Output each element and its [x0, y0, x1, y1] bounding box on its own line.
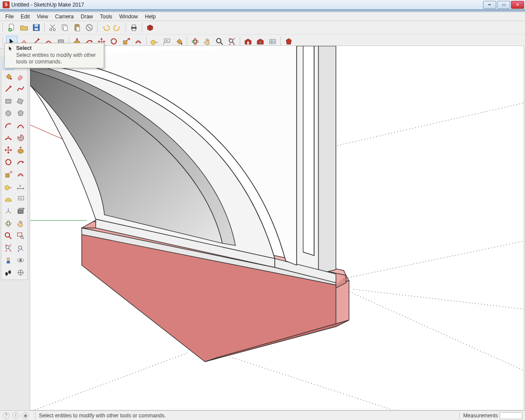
tray-freehand[interactable]: [15, 83, 26, 94]
tray-walk[interactable]: [3, 267, 14, 278]
svg-rect-17: [123, 41, 127, 44]
tray-text[interactable]: A1: [15, 193, 26, 205]
tray-eraser[interactable]: [15, 71, 26, 82]
svg-rect-11: [76, 27, 80, 31]
tray-scale[interactable]: [3, 169, 14, 180]
tray-push-pull[interactable]: [15, 144, 26, 156]
tray-offset[interactable]: [15, 169, 26, 180]
svg-line-55: [354, 289, 524, 309]
print-button[interactable]: [128, 22, 140, 33]
svg-point-5: [50, 29, 52, 31]
delete-button[interactable]: [84, 22, 95, 33]
tray-section-plane[interactable]: [15, 206, 26, 217]
tray-polygon[interactable]: [15, 108, 26, 119]
svg-point-22: [192, 40, 198, 43]
svg-line-56: [218, 353, 392, 410]
menu-view[interactable]: View: [33, 13, 52, 21]
tray-follow-me[interactable]: [15, 157, 26, 168]
svg-point-24: [217, 38, 221, 43]
measurements-label: Measurements: [463, 413, 498, 419]
tray-move[interactable]: [3, 144, 14, 156]
measurements-input[interactable]: [500, 412, 522, 419]
toolbar-grip[interactable]: [3, 37, 4, 46]
tray-tape-measure[interactable]: [3, 181, 14, 192]
model-info-button[interactable]: [144, 22, 156, 33]
tool-tray: 2" A1: [1, 57, 28, 280]
svg-rect-35: [6, 174, 9, 177]
tray-rectangle[interactable]: [3, 95, 14, 107]
tray-zoom-extents[interactable]: [3, 242, 14, 254]
svg-point-40: [5, 222, 11, 225]
menu-window[interactable]: Window: [116, 13, 142, 21]
status-hint: Select entities to modify with other too…: [39, 413, 166, 419]
svg-point-47: [7, 258, 10, 260]
minimize-button[interactable]: ━: [483, 1, 496, 9]
svg-point-51: [8, 270, 11, 274]
redo-button[interactable]: [112, 22, 123, 33]
status-bar: ? i ◉ Select entities to modify with oth…: [0, 410, 525, 420]
copy-button[interactable]: [59, 22, 70, 33]
tray-zoom-window[interactable]: [15, 230, 26, 242]
svg-rect-3: [35, 24, 38, 27]
svg-line-57: [35, 353, 187, 410]
menu-tools[interactable]: Tools: [97, 13, 116, 21]
tray-line[interactable]: [3, 83, 14, 94]
undo-button[interactable]: [100, 22, 111, 33]
tray-pan[interactable]: [15, 218, 26, 229]
menu-file[interactable]: File: [2, 13, 17, 21]
cursor-icon: [7, 45, 14, 52]
tray-position-camera[interactable]: [3, 255, 14, 266]
window-buttons: ━ ▭ ✕: [482, 1, 524, 9]
save-file-button[interactable]: [31, 22, 42, 33]
svg-rect-28: [270, 39, 276, 44]
info-icon[interactable]: i: [12, 412, 19, 419]
maximize-button[interactable]: ▭: [497, 1, 510, 9]
tray-previous[interactable]: [15, 242, 26, 254]
svg-point-49: [20, 259, 22, 262]
help-icon[interactable]: ?: [3, 412, 10, 419]
user-icon[interactable]: ◉: [22, 412, 29, 419]
tray-axes[interactable]: [3, 206, 14, 217]
cut-button[interactable]: [47, 22, 58, 33]
new-file-button[interactable]: [6, 22, 18, 33]
toolbar-grip[interactable]: [3, 23, 4, 32]
tray-dimension[interactable]: 2": [15, 181, 26, 192]
tray-rotated-rectangle[interactable]: [15, 95, 26, 107]
tray-protractor[interactable]: [3, 193, 14, 205]
close-button[interactable]: ✕: [511, 1, 524, 9]
svg-point-29: [10, 78, 12, 80]
svg-rect-15: [132, 28, 136, 31]
svg-point-36: [5, 186, 9, 190]
svg-point-46: [18, 246, 22, 249]
svg-text:A1: A1: [19, 197, 23, 200]
tray-rotate[interactable]: [3, 157, 14, 168]
menu-draw[interactable]: Draw: [77, 13, 97, 21]
svg-point-27: [259, 42, 261, 43]
svg-text:A1: A1: [165, 39, 169, 42]
model-viewport[interactable]: [30, 46, 524, 410]
tray-pie[interactable]: [15, 132, 26, 144]
svg-point-34: [8, 136, 9, 137]
svg-rect-4: [35, 28, 38, 30]
svg-point-42: [5, 233, 10, 237]
tool-tooltip: Select Select entities to modify with ot…: [4, 43, 104, 68]
tray-arc[interactable]: [3, 120, 14, 131]
svg-point-33: [10, 139, 12, 140]
svg-rect-26: [247, 42, 249, 44]
tray-2pt-arc[interactable]: [15, 120, 26, 131]
menu-help[interactable]: Help: [141, 13, 159, 21]
title-bar: S Untitled - SketchUp Make 2017 ━ ▭ ✕: [0, 0, 525, 10]
tray-zoom[interactable]: [3, 230, 14, 242]
menu-edit[interactable]: Edit: [17, 13, 33, 21]
svg-point-23: [194, 38, 196, 45]
tray-circle[interactable]: [3, 108, 14, 119]
tray-section-cuts[interactable]: [15, 267, 26, 278]
tray-paint-bucket[interactable]: [3, 71, 14, 82]
svg-point-45: [6, 245, 9, 249]
tray-look-around[interactable]: [15, 255, 26, 266]
tray-3pt-arc[interactable]: [3, 132, 14, 144]
paste-button[interactable]: [71, 22, 83, 33]
menu-camera[interactable]: Camera: [52, 13, 77, 21]
tray-orbit[interactable]: [3, 218, 14, 229]
open-file-button[interactable]: [18, 22, 30, 33]
